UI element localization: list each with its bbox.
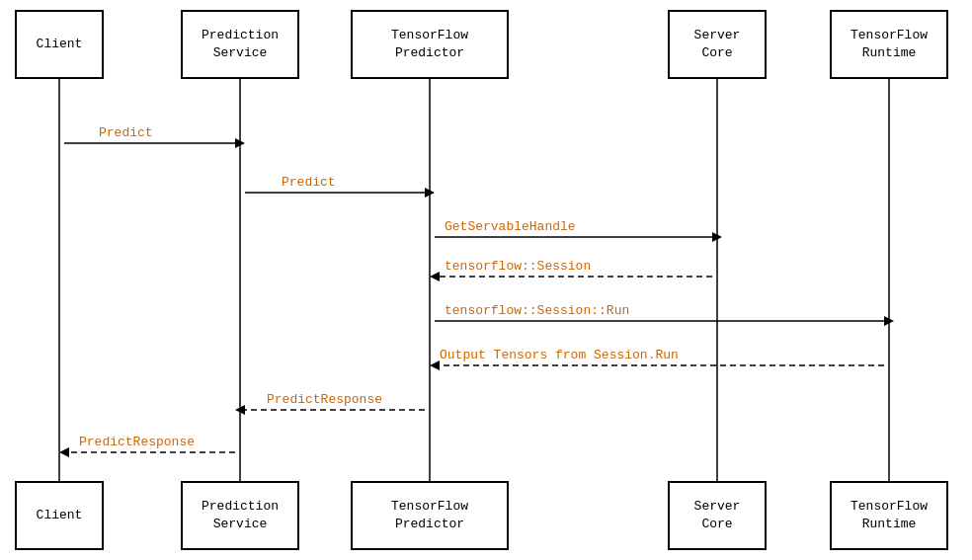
svg-text:Predict: Predict bbox=[282, 175, 336, 190]
client-top-box: Client bbox=[15, 10, 104, 79]
tensorflow-runtime-top-box: TensorFlowRuntime bbox=[830, 10, 948, 79]
svg-text:PredictResponse: PredictResponse bbox=[79, 435, 195, 449]
tensorflow-predictor-bottom-box: TensorFlow Predictor bbox=[351, 481, 509, 550]
prediction-service-bottom-box: PredictionService bbox=[181, 481, 299, 550]
svg-text:GetServableHandle: GetServableHandle bbox=[445, 219, 576, 234]
svg-text:Output Tensors from Session.Ru: Output Tensors from Session.Run bbox=[440, 348, 679, 362]
svg-text:Predict: Predict bbox=[99, 125, 153, 140]
svg-text:PredictResponse: PredictResponse bbox=[267, 392, 382, 407]
svg-marker-21 bbox=[430, 360, 440, 370]
svg-text:tensorflow::Session: tensorflow::Session bbox=[445, 259, 591, 274]
arrows-svg: Predict Predict GetServableHandle tensor… bbox=[0, 0, 972, 560]
server-core-bottom-box: ServerCore bbox=[668, 481, 767, 550]
svg-marker-6 bbox=[235, 138, 245, 148]
svg-marker-15 bbox=[430, 272, 440, 281]
svg-text:tensorflow::Session::Run: tensorflow::Session::Run bbox=[445, 303, 629, 318]
svg-marker-27 bbox=[59, 447, 69, 457]
svg-marker-18 bbox=[884, 316, 894, 326]
svg-marker-9 bbox=[425, 188, 435, 198]
svg-marker-24 bbox=[235, 405, 245, 415]
svg-marker-12 bbox=[712, 232, 722, 242]
client-bottom-box: Client bbox=[15, 481, 104, 550]
sequence-diagram: Predict Predict GetServableHandle tensor… bbox=[0, 0, 972, 560]
tensorflow-runtime-bottom-box: TensorFlowRuntime bbox=[830, 481, 948, 550]
prediction-service-top-box: PredictionService bbox=[181, 10, 299, 79]
tensorflow-predictor-top-box: TensorFlow Predictor bbox=[351, 10, 509, 79]
server-core-top-box: ServerCore bbox=[668, 10, 767, 79]
